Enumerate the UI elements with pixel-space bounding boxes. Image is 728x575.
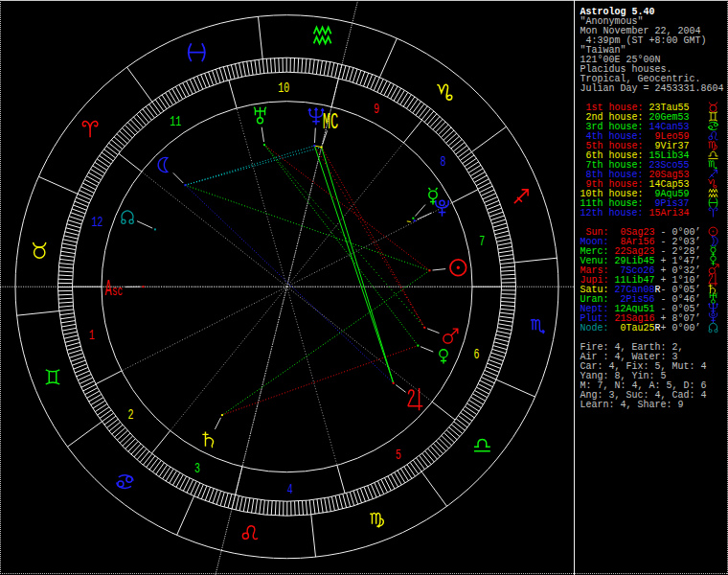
svg-text:Node:: Node: <box>580 323 609 334</box>
svg-text:+ 0°00’: + 0°00’ <box>661 323 701 334</box>
svg-text:4: 4 <box>287 482 293 497</box>
svg-text:10: 10 <box>278 80 289 96</box>
svg-text:1: 1 <box>89 328 95 343</box>
svg-text:A: A <box>105 277 112 302</box>
svg-text:MC: MC <box>323 110 339 135</box>
svg-text:8: 8 <box>440 154 445 170</box>
svg-text:0Tau25: 0Tau25 <box>615 323 655 334</box>
svg-text:Learn: 4, Share: 9: Learn: 4, Share: 9 <box>580 400 684 410</box>
svg-text:3: 3 <box>194 461 200 476</box>
svg-text:Julian Day = 2453331.8604: Julian Day = 2453331.8604 <box>580 83 724 94</box>
svg-text:6: 6 <box>473 347 479 362</box>
svg-text:7: 7 <box>479 234 485 249</box>
svg-text:9: 9 <box>374 102 379 117</box>
svg-text:2: 2 <box>128 407 134 423</box>
svg-text:sc: sc <box>112 284 123 300</box>
svg-text:12: 12 <box>92 215 103 230</box>
svg-text:12th house:: 12th house: <box>580 208 644 218</box>
svg-text:5: 5 <box>396 448 401 463</box>
svg-text:15Ari34: 15Ari34 <box>644 208 690 218</box>
svg-text:11: 11 <box>170 114 181 129</box>
